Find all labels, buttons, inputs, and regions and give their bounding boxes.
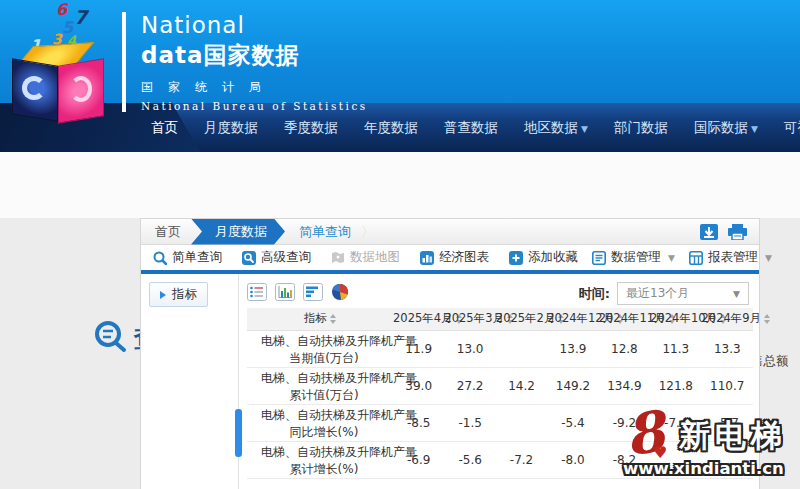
- cell: -7.2: [496, 441, 547, 478]
- cell: 12.8: [599, 330, 650, 367]
- list-box-icon: [592, 251, 606, 265]
- table-panel: 时间: 最近13个月 ▼ 指标 2025年4月 2025年3月 2025年2月 …: [239, 274, 759, 489]
- nav-item-home[interactable]: 首页: [138, 119, 191, 137]
- row-label: 电梯、自动扶梯及升降机产量累计增长(%): [247, 441, 393, 478]
- triangle-right-icon: [160, 291, 166, 299]
- search-strip: 查数ChaShu 搜索 统计 热词 GDP CPI 总人口 社会消费品零售总额 …: [0, 152, 800, 218]
- nav-item-census[interactable]: 普查数据: [431, 119, 511, 137]
- time-range-select[interactable]: 最近13个月 ▼: [617, 282, 749, 305]
- nav-item-monthly[interactable]: 月度数据: [191, 119, 271, 137]
- content-area: 指标 时间: 最近13个月 ▼ 指: [141, 274, 759, 489]
- sidebar-splitter-handle[interactable]: [235, 409, 242, 457]
- table-row: 电梯、自动扶梯及升降机产量同比增长(%) -8.5 -1.5 -5.4 -9.2…: [247, 404, 753, 441]
- report-manage-label: 报表管理: [708, 249, 758, 266]
- table-box-icon: [689, 251, 703, 265]
- cell: -8.0: [547, 441, 598, 478]
- tab-simple-query[interactable]: 简单查询: [299, 223, 351, 241]
- col-header[interactable]: 2025年2月: [496, 308, 547, 330]
- chevron-right-icon: 〉: [361, 223, 374, 241]
- col-header[interactable]: 2024年12月: [547, 308, 598, 330]
- nav-item-regional[interactable]: 地区数据▼: [511, 119, 601, 137]
- plus-icon: [509, 251, 523, 265]
- pie-chart-view-icon[interactable]: [331, 283, 349, 301]
- data-table: 指标 2025年4月 2025年3月 2025年2月 2024年12月 2024…: [247, 308, 753, 479]
- cell: -7.4: [650, 404, 701, 441]
- list-view-icon[interactable]: [247, 283, 267, 301]
- chevron-down-icon: ▼: [765, 253, 772, 263]
- economic-charts-button[interactable]: 经济图表: [420, 249, 489, 266]
- data-map-button[interactable]: 数据地图: [331, 249, 400, 266]
- chevron-down-icon: ▼: [733, 289, 740, 299]
- col-header[interactable]: 2024年9月: [702, 308, 753, 330]
- magnifier-icon: [153, 251, 167, 265]
- advanced-query-button[interactable]: 高级查询: [242, 249, 311, 266]
- main-nav: 首页 月度数据 季度数据 年度数据 普查数据 地区数据▼ 部门数据 国际数据▼ …: [0, 103, 800, 152]
- add-favorite-label: 添加收藏: [528, 249, 578, 266]
- nav-item-quarterly[interactable]: 季度数据: [271, 119, 351, 137]
- nav-item-international[interactable]: 国际数据▼: [681, 119, 771, 137]
- col-header[interactable]: 2025年3月: [444, 308, 495, 330]
- chart-box-icon: [420, 251, 434, 265]
- data-manage-button[interactable]: 数据管理 ▼: [592, 249, 675, 266]
- cell: [496, 404, 547, 441]
- nav-item-departmental[interactable]: 部门数据: [601, 119, 681, 137]
- download-icon[interactable]: [700, 224, 718, 240]
- query-toolbar: 简单查询 高级查询 数据地图 经济图表 添加收藏 数据管理 ▼: [141, 245, 759, 270]
- col-header[interactable]: 2025年4月: [393, 308, 444, 330]
- add-favorite-button[interactable]: 添加收藏: [509, 249, 578, 266]
- report-manage-button[interactable]: 报表管理 ▼: [689, 249, 772, 266]
- bar-chart-view-icon[interactable]: [275, 283, 295, 301]
- indicator-sidebar: 指标: [141, 274, 239, 489]
- cell: 11.3: [650, 330, 701, 367]
- magnifier-box-icon: [242, 251, 256, 265]
- simple-query-button[interactable]: 简单查询: [153, 249, 222, 266]
- table-row: 电梯、自动扶梯及升降机产量累计增长(%) -6.9 -5.6 -7.2 -8.0…: [247, 441, 753, 478]
- cell: 13.3: [702, 330, 753, 367]
- hbar-chart-view-icon[interactable]: [303, 283, 323, 301]
- table-row: 电梯、自动扶梯及升降机产量当期值(万台) 11.9 13.0 13.9 12.8…: [247, 330, 753, 367]
- advanced-query-label: 高级查询: [261, 249, 311, 266]
- cell: -1.5: [444, 404, 495, 441]
- cell: -5.7: [702, 404, 753, 441]
- data-manage-label: 数据管理: [611, 249, 661, 266]
- simple-query-label: 简单查询: [172, 249, 222, 266]
- cell: 13.9: [547, 330, 598, 367]
- row-label: 电梯、自动扶梯及升降机产量累计值(万台): [247, 367, 393, 404]
- cell: 134.9: [599, 367, 650, 404]
- chashu-magnifier-icon: [94, 320, 128, 354]
- col-header-indicator[interactable]: 指标: [247, 308, 393, 330]
- cell: 121.8: [650, 367, 701, 404]
- tab-home[interactable]: 首页: [141, 223, 195, 241]
- col-header[interactable]: 2024年10月: [650, 308, 701, 330]
- print-icon[interactable]: [728, 224, 747, 240]
- cube-swirl: [70, 76, 92, 102]
- cell: 14.2: [496, 367, 547, 404]
- cube-digit: 6: [56, 2, 67, 18]
- nav-item-visualization[interactable]: 可视化产品: [771, 119, 800, 137]
- data-map-label: 数据地图: [350, 249, 400, 266]
- sort-icon: [764, 314, 770, 324]
- cell: -5.4: [547, 404, 598, 441]
- tab-monthly-data[interactable]: 月度数据: [191, 219, 285, 245]
- table-row: 电梯、自动扶梯及升降机产量累计值(万台) 39.0 27.2 14.2 149.…: [247, 367, 753, 404]
- table-header-row: 指标 2025年4月 2025年3月 2025年2月 2024年12月 2024…: [247, 308, 753, 330]
- cell: 149.2: [547, 367, 598, 404]
- row-label: 电梯、自动扶梯及升降机产量同比增长(%): [247, 404, 393, 441]
- nav-item-annual[interactable]: 年度数据: [351, 119, 431, 137]
- logo-subtitle-cn: 国家统计局: [141, 79, 368, 96]
- time-filter: 时间: 最近13个月 ▼: [579, 282, 749, 305]
- cell: 13.0: [444, 330, 495, 367]
- chevron-down-icon: ▼: [668, 253, 675, 263]
- cell: -5.6: [444, 441, 495, 478]
- time-range-value: 最近13个月: [626, 285, 689, 302]
- map-icon: [331, 251, 345, 265]
- cell: -9.2: [599, 404, 650, 441]
- site-logo: National data国家数据 国家统计局 National Bureau …: [122, 12, 368, 112]
- col-header[interactable]: 2024年11月: [599, 308, 650, 330]
- cell: 110.7: [702, 367, 753, 404]
- row-label: 电梯、自动扶梯及升降机产量当期值(万台): [247, 330, 393, 367]
- cube-digit: 7: [74, 8, 87, 27]
- cell: 27.2: [444, 367, 495, 404]
- cube-swirl: [22, 76, 46, 100]
- indicator-toggle-button[interactable]: 指标: [149, 282, 208, 307]
